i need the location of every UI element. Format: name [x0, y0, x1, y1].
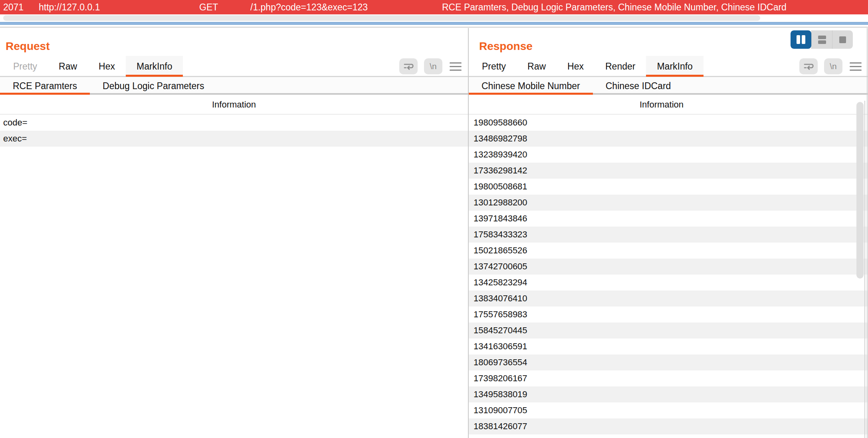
response-panel: Response PrettyRawHexRenderMarkInf: [469, 28, 868, 438]
table-row[interactable]: 17557658983: [469, 307, 868, 323]
vertical-scrollbar-thumb[interactable]: [856, 102, 864, 279]
request-markinfo-subtabs: RCE ParamtersDebug Logic Parameters: [0, 77, 468, 95]
response-tab-render[interactable]: Render: [595, 56, 646, 76]
wrap-lines-icon: [803, 62, 814, 71]
table-row[interactable]: 13742700605: [469, 259, 868, 275]
request-panel: Request PrettyRawHexMarkInfo \n: [0, 28, 468, 438]
table-row[interactable]: 13109007705: [469, 402, 868, 418]
response-tab-bar: PrettyRawHexRenderMarkInfo \n: [469, 56, 868, 77]
view-split-columns-button[interactable]: [791, 30, 811, 49]
horizontal-scrollbar-thumb[interactable]: [3, 15, 760, 21]
table-row[interactable]: 17583433323: [469, 227, 868, 243]
table-row[interactable]: 15845270445: [469, 323, 868, 338]
menu-icon: [450, 62, 462, 71]
request-subtab-debug-logic-parameters[interactable]: Debug Logic Parameters: [90, 77, 217, 93]
table-row[interactable]: 19809588660: [469, 115, 868, 131]
request-tab-raw[interactable]: Raw: [48, 56, 88, 76]
view-split-rows-button[interactable]: [811, 30, 832, 49]
single-pane-icon: [839, 36, 846, 43]
request-table-rows: code=exec=: [0, 115, 468, 147]
history-row[interactable]: 2071 http://127.0.0.1 GET /1.php?code=12…: [0, 0, 868, 14]
table-row[interactable]: 13486982798: [469, 131, 868, 147]
divider: [0, 27, 868, 28]
wrap-lines-icon: [403, 62, 414, 71]
newline-toggle-button[interactable]: \n: [824, 58, 842, 74]
wrap-lines-button[interactable]: [799, 58, 818, 74]
table-row[interactable]: 15021865526: [469, 243, 868, 259]
table-row[interactable]: 13834076410: [469, 291, 868, 307]
response-title: Response: [479, 40, 533, 53]
response-subtab-chinese-idcard[interactable]: Chinese IDCard: [593, 77, 684, 93]
table-row[interactable]: 13971843846: [469, 211, 868, 227]
table-row[interactable]: exec=: [0, 131, 468, 147]
response-tab-hex[interactable]: Hex: [557, 56, 595, 76]
table-row[interactable]: code=: [0, 115, 468, 131]
splitter-bar[interactable]: [0, 22, 868, 25]
table-row[interactable]: 17398206167: [469, 370, 868, 386]
request-title: Request: [6, 40, 50, 53]
table-row[interactable]: 13238939420: [469, 147, 868, 163]
newline-icon: \n: [430, 62, 437, 71]
split-columns-icon: [797, 35, 805, 44]
response-tab-raw[interactable]: Raw: [517, 56, 557, 76]
table-row[interactable]: 13416306591: [469, 338, 868, 354]
split-rows-icon: [818, 36, 826, 44]
request-tab-hex[interactable]: Hex: [88, 56, 126, 76]
response-tab-pretty[interactable]: Pretty: [471, 56, 517, 76]
history-row-tags: RCE Paramters, Debug Logic Parameters, C…: [442, 0, 787, 14]
layout-view-toggle: [791, 30, 853, 49]
editor-menu-button[interactable]: [449, 61, 462, 72]
request-table-header: Information: [0, 95, 468, 115]
menu-icon: [850, 62, 862, 71]
response-header: Response: [469, 28, 868, 56]
request-header: Request: [0, 28, 468, 56]
newline-toggle-button[interactable]: \n: [424, 58, 442, 74]
history-row-method: GET: [199, 0, 218, 14]
table-row[interactable]: 18069736554: [469, 354, 868, 370]
scrollbar-track-line: [864, 101, 865, 438]
history-row-id: 2071: [3, 0, 24, 14]
request-tab-markinfo[interactable]: MarkInfo: [126, 56, 183, 76]
wrap-lines-button[interactable]: [399, 58, 418, 74]
editor-menu-button[interactable]: [849, 61, 862, 72]
response-table-rows: 1980958866013486982798132389394201733629…: [469, 115, 868, 434]
history-bottom-strip: [0, 14, 868, 28]
table-row[interactable]: 13495838019: [469, 386, 868, 402]
table-row[interactable]: 17336298142: [469, 163, 868, 179]
request-subtab-rce-paramters[interactable]: RCE Paramters: [0, 77, 90, 93]
response-table-header: Information: [469, 95, 868, 115]
table-row[interactable]: 13012988200: [469, 195, 868, 211]
history-row-host: http://127.0.0.1: [39, 0, 100, 14]
history-row-url: /1.php?code=123&exec=123: [250, 0, 368, 14]
request-tab-bar: PrettyRawHexMarkInfo \n: [0, 56, 468, 77]
view-single-pane-button[interactable]: [832, 30, 853, 49]
response-markinfo-subtabs: Chinese Mobile NumberChinese IDCard: [469, 77, 868, 95]
response-tab-tools: \n: [799, 56, 862, 77]
response-tab-markinfo[interactable]: MarkInfo: [646, 56, 703, 76]
table-row[interactable]: 13425823294: [469, 275, 868, 291]
request-tab-pretty[interactable]: Pretty: [2, 56, 48, 76]
table-row[interactable]: 19800508681: [469, 179, 868, 195]
table-row[interactable]: 18381426077: [469, 418, 868, 434]
newline-icon: \n: [830, 62, 837, 71]
response-subtab-chinese-mobile-number[interactable]: Chinese Mobile Number: [469, 77, 593, 93]
panel-edge-line: [867, 28, 868, 438]
request-tab-tools: \n: [399, 56, 462, 77]
